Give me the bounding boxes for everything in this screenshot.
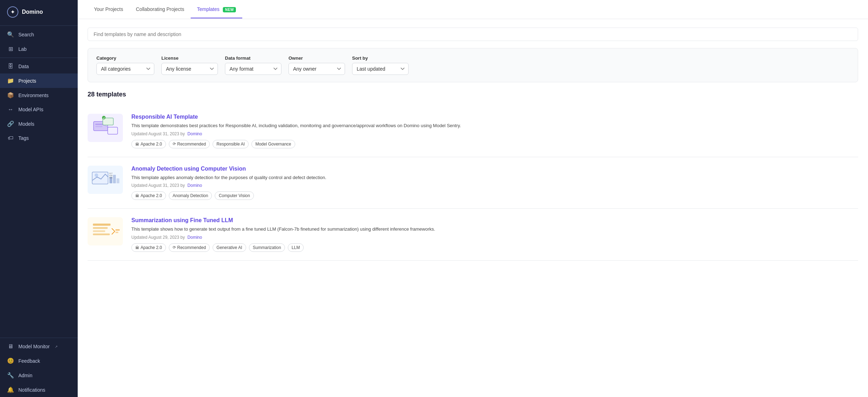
template-updated-summarization: Updated August 29, 2023 by Domino — [131, 235, 858, 240]
sidebar-item-model-apis[interactable]: ↔ Model APIs — [0, 102, 78, 117]
sidebar-item-lab[interactable]: ⊞ Lab — [0, 42, 78, 56]
sidebar-item-environments[interactable]: 📦 Environments — [0, 88, 78, 102]
svg-rect-7 — [108, 127, 118, 134]
environments-icon: 📦 — [7, 92, 14, 99]
sort-by-filter-group: Sort by Last updated Name Most popular — [352, 55, 409, 75]
svg-rect-2 — [95, 126, 102, 127]
tag-summarization: Summarization — [249, 243, 285, 252]
templates-count: 28 templates — [88, 91, 858, 98]
owner-label: Owner — [289, 55, 345, 61]
recommended-icon: ⟳ — [173, 142, 176, 146]
svg-text:✓: ✓ — [103, 117, 105, 119]
sidebar-label-models: Models — [18, 121, 34, 127]
sidebar-label-lab: Lab — [18, 46, 26, 52]
tag-apache-anomaly: 🏛Apache 2.0 — [131, 191, 166, 200]
model-apis-icon: ↔ — [7, 106, 14, 113]
tag-recommended-rai: ⟳Recommended — [169, 140, 210, 148]
template-tags-responsible-ai: 🏛Apache 2.0 ⟳Recommended Responsible AI … — [131, 140, 858, 148]
external-link-icon: ↗ — [55, 345, 58, 349]
tab-your-projects[interactable]: Your Projects — [88, 1, 130, 18]
category-filter-group: Category All categories Anomaly Detectio… — [96, 55, 154, 75]
data-format-label: Data format — [225, 55, 281, 61]
sidebar-item-model-monitor[interactable]: 🖥 Model Monitor ↗ — [0, 339, 78, 354]
sidebar-item-projects[interactable]: 📁 Projects — [0, 73, 78, 88]
data-format-select[interactable]: Any format CSV JSON — [225, 63, 281, 75]
sidebar-label-model-monitor: Model Monitor — [18, 344, 50, 349]
filters-bar: Category All categories Anomaly Detectio… — [88, 48, 858, 82]
search-icon: 🔍 — [7, 31, 14, 38]
tab-collaborating-projects[interactable]: Collaborating Projects — [130, 1, 191, 18]
svg-rect-19 — [93, 230, 105, 232]
sidebar-item-models[interactable]: 🔗 Models — [0, 117, 78, 131]
template-title-anomaly[interactable]: Anomaly Detection using Computer Vision — [131, 166, 858, 172]
sort-by-label: Sort by — [352, 55, 409, 61]
category-select[interactable]: All categories Anomaly Detection Compute… — [96, 63, 154, 75]
tag-apache-rai: 🏛Apache 2.0 — [131, 140, 166, 148]
sidebar-item-notifications[interactable]: 🔔 Notifications — [0, 383, 78, 397]
svg-rect-21 — [115, 229, 120, 231]
template-desc-summarization: This template shows how to generate text… — [131, 226, 858, 233]
recommended-icon-summ: ⟳ — [173, 245, 176, 250]
template-card-summarization: Summarization using Fine Tuned LLM This … — [88, 209, 858, 261]
sidebar-label-feedback: Feedback — [18, 358, 40, 364]
template-title-summarization[interactable]: Summarization using Fine Tuned LLM — [131, 217, 858, 224]
svg-rect-17 — [93, 224, 111, 226]
svg-point-10 — [95, 173, 98, 177]
tag-generative-ai: Generative AI — [213, 243, 246, 252]
template-info-responsible-ai: Responsible AI Template This template de… — [131, 114, 858, 148]
projects-icon: 📁 — [7, 77, 14, 84]
svg-rect-18 — [93, 227, 108, 229]
new-badge: NEW — [223, 7, 236, 12]
tag-llm: LLM — [288, 243, 304, 252]
template-desc-anomaly: This template applies anomaly detection … — [131, 174, 858, 181]
template-info-anomaly: Anomaly Detection using Computer Vision … — [131, 166, 858, 200]
template-author-link-summarization[interactable]: Domino — [188, 235, 202, 240]
sidebar-item-data[interactable]: 🗄 Data — [0, 59, 78, 73]
app-title: Domino — [22, 9, 43, 15]
template-info-summarization: Summarization using Fine Tuned LLM This … — [131, 217, 858, 252]
template-search-input[interactable] — [88, 28, 858, 41]
apache-icon-summ: 🏛 — [135, 245, 139, 250]
owner-select[interactable]: Any owner Domino Me — [289, 63, 345, 75]
template-author-link-responsible-ai[interactable]: Domino — [188, 131, 202, 136]
template-thumb-anomaly: 0.7 0.6 0.5 — [88, 166, 123, 194]
app-logo[interactable]: ✦ Domino — [0, 0, 78, 24]
top-nav: Your Projects Collaborating Projects Tem… — [78, 0, 868, 19]
sidebar-divider-top — [0, 25, 78, 26]
sort-by-select[interactable]: Last updated Name Most popular — [352, 63, 409, 75]
template-desc-responsible-ai: This template demonstrates best practice… — [131, 122, 858, 129]
sidebar-divider-1 — [0, 58, 78, 58]
apache-icon: 🏛 — [135, 142, 139, 146]
models-icon: 🔗 — [7, 120, 14, 127]
template-author-link-anomaly[interactable]: Domino — [188, 183, 202, 188]
sidebar-item-feedback[interactable]: 😊 Feedback — [0, 354, 78, 368]
svg-rect-12 — [113, 175, 116, 183]
sidebar-label-environments: Environments — [18, 93, 49, 98]
tag-apache-summ: 🏛Apache 2.0 — [131, 243, 166, 252]
svg-rect-13 — [117, 178, 119, 183]
template-card-responsible-ai: ✓ ✓ Responsible AI Template This templat… — [88, 105, 858, 157]
data-icon: 🗄 — [7, 63, 14, 70]
category-label: Category — [96, 55, 154, 61]
template-card-anomaly-detection: 0.7 0.6 0.5 Anomaly Detection using Comp… — [88, 157, 858, 209]
template-title-responsible-ai[interactable]: Responsible AI Template — [131, 114, 858, 120]
template-thumb-responsible-ai: ✓ ✓ — [88, 114, 123, 142]
template-tags-anomaly: 🏛Apache 2.0 Anomaly Detection Computer V… — [131, 191, 858, 200]
admin-icon: 🔧 — [7, 372, 14, 379]
template-updated-anomaly: Updated August 31, 2023 by Domino — [131, 183, 858, 188]
sidebar-item-tags[interactable]: 🏷 Tags — [0, 131, 78, 145]
sidebar-item-search[interactable]: 🔍 Search — [0, 27, 78, 42]
svg-rect-9 — [92, 172, 108, 184]
license-select[interactable]: Any license Apache 2.0 MIT — [161, 63, 218, 75]
tag-anomaly-detection: Anomaly Detection — [169, 191, 212, 200]
svg-rect-20 — [93, 233, 110, 235]
tag-recommended-summ: ⟳Recommended — [169, 243, 210, 252]
notifications-icon: 🔔 — [7, 386, 14, 393]
tab-templates[interactable]: Templates NEW — [191, 1, 243, 18]
sidebar-label-notifications: Notifications — [18, 387, 45, 393]
sidebar-label-model-apis: Model APIs — [18, 107, 43, 112]
sidebar-item-admin[interactable]: 🔧 Admin — [0, 368, 78, 383]
owner-filter-group: Owner Any owner Domino Me — [289, 55, 345, 75]
tag-computer-vision: Computer Vision — [215, 191, 254, 200]
tag-model-governance: Model Governance — [251, 140, 295, 148]
